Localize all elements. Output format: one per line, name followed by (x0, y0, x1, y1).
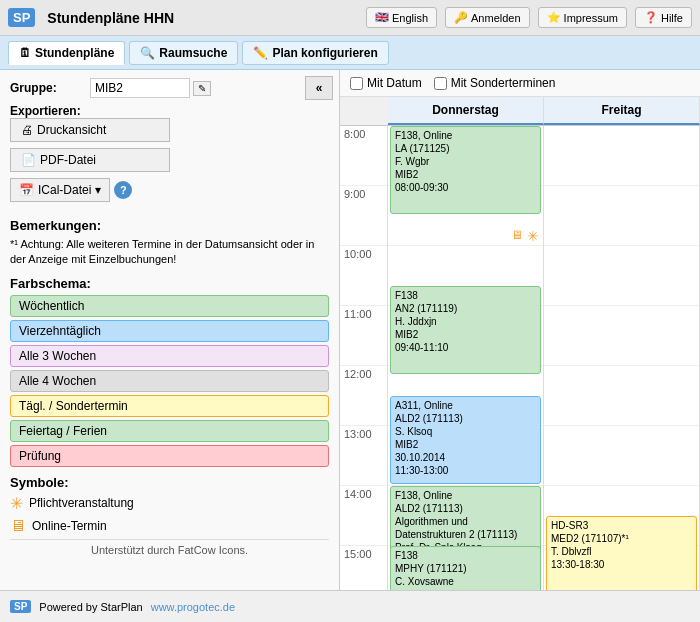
symbol-row: ✳Pflichtveranstaltung (10, 494, 329, 513)
event-block[interactable]: F138, OnlineLA (171125)F. WgbrMIB208:00-… (390, 126, 541, 214)
farbschema-list: WöchentlichVierzehntäglichAlle 3 WochenA… (10, 295, 329, 467)
ical-help-button[interactable]: ? (114, 181, 132, 199)
ical-button[interactable]: 📅 ICal-Datei ▾ (10, 178, 110, 202)
druckansicht-button[interactable]: 🖨 Druckansicht (10, 118, 170, 142)
symbole-title: Symbole: (10, 475, 329, 490)
time-cell: 9:00 (340, 186, 387, 246)
day-col-freitag: HD-SR3MED2 (171107)*¹T. Dblvzfl13:30-18:… (544, 126, 700, 590)
day-row (544, 126, 699, 186)
hilfe-button[interactable]: ❓ Hilfe (635, 7, 692, 28)
symbol-label: Pflichtveranstaltung (29, 496, 134, 510)
footer-credits: Unterstützt durch FatCow Icons. (10, 539, 329, 556)
day-header-donnerstag: Donnerstag (388, 97, 544, 125)
powered-text: Powered by StarPlan (39, 601, 142, 613)
schedule-star-icon: ✳ (527, 228, 539, 244)
english-button[interactable]: 🇬🇧 English (366, 7, 437, 28)
impressum-button[interactable]: ⭐ Impressum (538, 7, 627, 28)
schedule-monitor-icon: 🖥 (511, 228, 523, 242)
time-cell: 15:00 (340, 546, 387, 590)
mit-datum-checkbox-label[interactable]: Mit Datum (350, 76, 422, 90)
help-icon: ❓ (644, 11, 658, 24)
color-item-allewochen: Alle 4 Wochen (10, 370, 329, 392)
anmelden-button[interactable]: 🔑 Anmelden (445, 7, 530, 28)
calendar-icon: 🗓 (19, 46, 31, 60)
exportieren-section: Exportieren: 🖨 Druckansicht 📄 PDF-Datei … (10, 104, 329, 210)
event-block[interactable]: A311, OnlineALD2 (171113)S. KlsoqMIB230.… (390, 396, 541, 484)
time-cell: 12:00 (340, 366, 387, 426)
time-cell: 14:00 (340, 486, 387, 546)
ical-row: 📅 ICal-Datei ▾ ? (10, 178, 132, 202)
pdf-icon: 📄 (21, 153, 36, 167)
day-row (544, 306, 699, 366)
color-item-wchentlich: Wöchentlich (10, 295, 329, 317)
symbol-icon: ✳ (10, 494, 23, 513)
day-row (544, 426, 699, 486)
key-icon: 🔑 (454, 11, 468, 24)
event-block[interactable]: HD-SR3MED2 (171107)*¹T. Dblvzfl13:30-18:… (546, 516, 697, 590)
app-title: Stundenpläne HHN (47, 10, 358, 26)
navbar: 🗓 Stundenpläne 🔍 Raumsuche ✏️ Plan konfi… (0, 36, 700, 70)
time-cell: 10:00 (340, 246, 387, 306)
day-row (544, 246, 699, 306)
symbole-list: ✳Pflichtveranstaltung🖥Online-Termin (10, 494, 329, 535)
event-block[interactable]: F138MPHY (171121)C. XovsawneMIB215:00-16… (390, 546, 541, 590)
print-icon: 🖨 (21, 123, 33, 137)
color-item-tglsondertermin: Tägl. / Sondertermin (10, 395, 329, 417)
options-row: Mit Datum Mit Sonderterminen (340, 70, 700, 97)
tab-stundenplaene[interactable]: 🗓 Stundenpläne (8, 41, 125, 65)
sidebar: « Gruppe: ✎ Exportieren: 🖨 Druckansicht … (0, 70, 340, 590)
day-col-donnerstag: F138, OnlineLA (171125)F. WgbrMIB208:00-… (388, 126, 544, 590)
gruppe-row: Gruppe: ✎ (10, 78, 329, 98)
bottom-logo: SP (10, 600, 31, 613)
symbol-row: 🖥Online-Termin (10, 517, 329, 535)
powered-url: www.progotec.de (151, 601, 235, 613)
schedule-header: Donnerstag Freitag (340, 97, 700, 126)
collapse-button[interactable]: « (305, 76, 333, 100)
event-block[interactable]: F138AN2 (171119)H. JddxjnMIB209:40-11:10 (390, 286, 541, 374)
edit-icon: ✏️ (253, 46, 268, 60)
gruppe-input[interactable] (90, 78, 190, 98)
time-column: 8:009:0010:0011:0012:0013:0014:0015:0016… (340, 126, 388, 590)
topbar: SP Stundenpläne HHN 🇬🇧 English 🔑 Anmelde… (0, 0, 700, 36)
dropdown-arrow: ▾ (95, 183, 101, 197)
pdf-button[interactable]: 📄 PDF-Datei (10, 148, 170, 172)
symbol-label: Online-Termin (32, 519, 107, 533)
mit-sonderterminen-checkbox[interactable] (434, 77, 447, 90)
gruppe-edit-button[interactable]: ✎ (193, 81, 211, 96)
color-item-allewochen: Alle 3 Wochen (10, 345, 329, 367)
bottombar: SP Powered by StarPlan www.progotec.de (0, 590, 700, 622)
time-cell: 13:00 (340, 426, 387, 486)
symbol-icon: 🖥 (10, 517, 26, 535)
time-cell: 8:00 (340, 126, 387, 186)
time-cell: 11:00 (340, 306, 387, 366)
mit-sonderterminen-checkbox-label[interactable]: Mit Sonderterminen (434, 76, 556, 90)
ical-icon: 📅 (19, 183, 34, 197)
search-icon: 🔍 (140, 46, 155, 60)
color-item-feiertagferien: Feiertag / Ferien (10, 420, 329, 442)
gruppe-label: Gruppe: (10, 81, 90, 95)
time-col-header (340, 97, 388, 125)
day-row (544, 186, 699, 246)
day-row (544, 366, 699, 426)
schedule-area: Mit Datum Mit Sonderterminen Donnerstag … (340, 70, 700, 590)
main-area: « Gruppe: ✎ Exportieren: 🖨 Druckansicht … (0, 70, 700, 590)
day-header-freitag: Freitag (544, 97, 700, 125)
app-logo: SP (8, 8, 35, 27)
bemerkungen-title: Bemerkungen: (10, 218, 329, 233)
color-item-vierzehntglich: Vierzehntäglich (10, 320, 329, 342)
bemerkungen-text: *¹ Achtung: Alle weiteren Termine in der… (10, 237, 329, 268)
color-item-prfung: Prüfung (10, 445, 329, 467)
flag-icon: 🇬🇧 (375, 11, 389, 24)
farbschema-title: Farbschema: (10, 276, 329, 291)
mit-datum-checkbox[interactable] (350, 77, 363, 90)
tab-plan-konfigurieren[interactable]: ✏️ Plan konfigurieren (242, 41, 388, 65)
star-icon: ⭐ (547, 11, 561, 24)
tab-raumsuche[interactable]: 🔍 Raumsuche (129, 41, 238, 65)
exportieren-label: Exportieren: (10, 104, 90, 118)
schedule-body: 8:009:0010:0011:0012:0013:0014:0015:0016… (340, 126, 700, 590)
